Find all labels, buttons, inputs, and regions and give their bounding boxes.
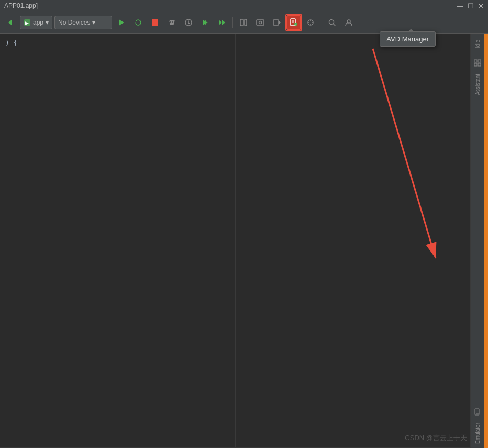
app-dropdown-arrow: ▾ xyxy=(46,19,49,26)
svg-point-7 xyxy=(170,21,171,23)
editor-area: ) { xyxy=(0,34,471,448)
separator-2 xyxy=(321,17,321,28)
avd-manager-button[interactable]: + xyxy=(286,15,301,30)
svg-point-20 xyxy=(259,21,262,24)
devices-dropdown-arrow: ▾ xyxy=(92,19,95,26)
svg-rect-40 xyxy=(475,409,479,415)
account-button[interactable] xyxy=(341,15,356,30)
minimize-button[interactable]: — xyxy=(457,3,463,9)
search-button[interactable] xyxy=(325,15,339,30)
app-selector[interactable]: ▶ app ▾ xyxy=(20,16,52,29)
svg-rect-36 xyxy=(474,60,477,62)
sidebar-grid-icon[interactable] xyxy=(472,57,483,69)
run-button[interactable] xyxy=(114,15,129,30)
separator-1 xyxy=(232,17,233,28)
svg-marker-15 xyxy=(222,20,225,25)
svg-marker-3 xyxy=(119,19,124,26)
editor-pane-bottom-right xyxy=(236,241,471,449)
screenshot-button[interactable] xyxy=(253,15,268,30)
svg-line-34 xyxy=(334,24,336,26)
svg-point-8 xyxy=(172,21,173,23)
right-sidebar: Idle Assistant Emulator xyxy=(471,34,484,448)
editor-pane-top-left: ) { xyxy=(0,34,236,241)
code-line-1: ) { xyxy=(5,39,17,47)
main-content: ) { Idle Assistant Emulator xyxy=(0,34,488,448)
svg-line-10 xyxy=(174,21,175,21)
maximize-button[interactable]: ☐ xyxy=(468,3,474,9)
svg-rect-39 xyxy=(478,63,481,66)
title-bar: APP01.app] — ☐ ✕ xyxy=(0,0,488,12)
avd-manager-wrapper: + xyxy=(286,15,301,30)
back-button[interactable] xyxy=(3,15,18,30)
svg-rect-18 xyxy=(245,19,247,26)
watermark: CSDN @言云上于天 xyxy=(405,433,467,443)
no-devices-label: No Devices xyxy=(58,19,90,26)
svg-rect-21 xyxy=(273,20,279,25)
svg-marker-22 xyxy=(279,21,281,24)
close-button[interactable]: ✕ xyxy=(478,3,484,9)
debug-button[interactable] xyxy=(164,15,179,30)
svg-rect-19 xyxy=(257,20,264,25)
screen-record-button[interactable] xyxy=(270,15,284,30)
device-mirror-button[interactable] xyxy=(236,15,251,30)
watermark-text: CSDN @言云上于天 xyxy=(405,434,467,442)
sidebar-emulator-icon[interactable] xyxy=(472,406,483,418)
profile-button[interactable] xyxy=(181,15,196,30)
orange-edge xyxy=(484,34,488,448)
sdk-manager-button[interactable] xyxy=(303,15,318,30)
svg-line-9 xyxy=(169,21,170,21)
avd-tooltip-text: AVD Manager xyxy=(386,35,429,43)
apply-changes-button[interactable] xyxy=(198,15,213,30)
title-controls: — ☐ ✕ xyxy=(457,3,484,9)
svg-rect-37 xyxy=(478,60,481,62)
svg-text:+: + xyxy=(295,23,297,26)
svg-text:▶: ▶ xyxy=(25,20,29,26)
toolbar: ▶ app ▾ No Devices ▾ xyxy=(0,12,488,34)
stop-button[interactable] xyxy=(148,15,162,30)
apply-restart-button[interactable] xyxy=(215,15,229,30)
app-label: app xyxy=(33,19,43,26)
editor-pane-bottom-left xyxy=(0,241,236,449)
device-selector[interactable]: No Devices ▾ xyxy=(54,16,112,29)
rerun-button[interactable] xyxy=(131,15,146,30)
avd-manager-tooltip: AVD Manager xyxy=(380,31,436,47)
sidebar-emulator-label[interactable]: Emulator xyxy=(474,419,482,448)
sidebar-assistant-label[interactable]: Assistant xyxy=(474,70,482,100)
sidebar-idle-label[interactable]: Idle xyxy=(474,36,482,52)
title-text: APP01.app] xyxy=(4,2,38,9)
svg-rect-17 xyxy=(240,19,243,26)
svg-marker-0 xyxy=(8,20,12,25)
svg-rect-38 xyxy=(474,63,477,66)
editor-pane-top-right xyxy=(236,34,471,241)
svg-rect-5 xyxy=(152,19,158,26)
